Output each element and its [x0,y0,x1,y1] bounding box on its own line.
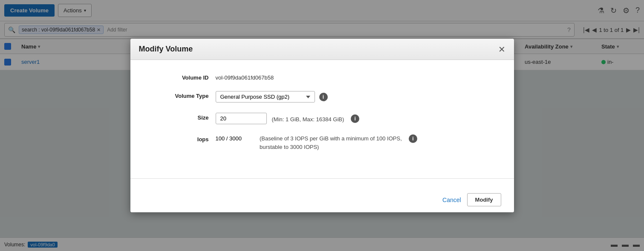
iops-value-wrap: 100 / 3000 (Baseline of 3 IOPS per GiB w… [216,134,417,151]
volume-id-row: Volume ID vol-09f9da061fd067b58 [147,73,497,81]
size-input[interactable] [216,113,267,124]
size-row: Size (Min: 1 GiB, Max: 16384 GiB) i [147,113,497,124]
modal-header: Modify Volume ✕ [130,39,514,60]
volume-type-info-icon[interactable]: i [319,93,328,101]
volume-type-select-wrap: General Purpose SSD (gp2) Provisioned IO… [216,91,328,103]
iops-row: Iops 100 / 3000 (Baseline of 3 IOPS per … [147,134,497,151]
modal-close-button[interactable]: ✕ [498,45,505,54]
modify-button[interactable]: Modify [467,193,501,206]
volume-type-select[interactable]: General Purpose SSD (gp2) Provisioned IO… [216,91,315,103]
size-field-wrap: (Min: 1 GiB, Max: 16384 GiB) i [216,113,360,124]
volume-id-value: vol-09f9da061fd067b58 [216,73,274,81]
volume-type-row: Volume Type General Purpose SSD (gp2) Pr… [147,91,497,103]
iops-value: 100 / 3000 [216,134,242,142]
size-info-icon[interactable]: i [351,114,359,123]
size-label: Size [147,113,216,121]
size-hint: (Min: 1 GiB, Max: 16384 GiB) [272,114,344,123]
volume-type-label: Volume Type [147,91,216,99]
modal-body: Volume ID vol-09f9da061fd067b58 Volume T… [130,60,514,174]
modify-volume-modal: Modify Volume ✕ Volume ID vol-09f9da061f… [130,39,514,212]
modal-divider [130,178,514,179]
modal-footer: Cancel Modify [130,187,514,212]
cancel-button[interactable]: Cancel [442,197,461,203]
iops-info-icon[interactable]: i [409,134,417,143]
modal-title: Modify Volume [139,45,193,54]
volume-id-label: Volume ID [147,73,216,81]
iops-desc-wrap: (Baseline of 3 IOPS per GiB with a minim… [254,134,417,151]
iops-description: (Baseline of 3 IOPS per GiB with a minim… [260,134,404,151]
modal-overlay: Modify Volume ✕ Volume ID vol-09f9da061f… [0,0,644,251]
iops-label: Iops [147,134,216,143]
